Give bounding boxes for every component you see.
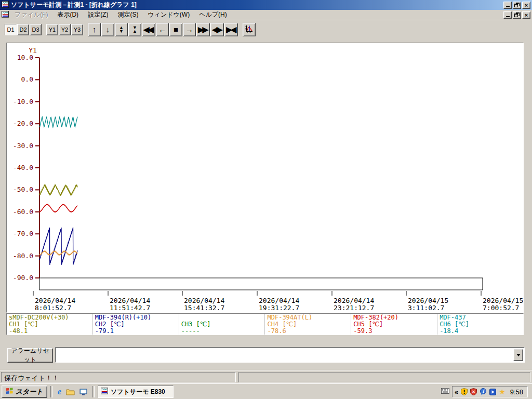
- svg-text:15:41:32.7: 15:41:32.7: [184, 304, 224, 312]
- svg-text:2026/04/14: 2026/04/14: [35, 297, 75, 304]
- menu-bar: ファイル(F)表示(D)設定(Z)測定(S)ウィンドウ(W)ヘルプ(H) ×: [0, 10, 532, 20]
- svg-text:-60.0: -60.0: [13, 208, 33, 216]
- button-d2-glyph: D2: [19, 26, 26, 33]
- svg-text:2026/04/14: 2026/04/14: [110, 297, 150, 304]
- keyboard-language-icon[interactable]: [441, 388, 449, 395]
- alarm-combobox: [55, 347, 525, 363]
- alarm-combobox-dropdown-button[interactable]: [513, 349, 523, 361]
- minimize-button[interactable]: [503, 2, 512, 9]
- stop-button-glyph: ■: [174, 25, 178, 34]
- restore-icon: [514, 3, 520, 7]
- mdi-restore-button[interactable]: [513, 11, 521, 19]
- button-d1[interactable]: D1: [5, 24, 17, 35]
- compress-horizontal-button-glyph: ▶◀: [226, 25, 236, 34]
- mdi-close-button[interactable]: ×: [522, 11, 530, 19]
- legend-value: -18.4: [440, 328, 521, 335]
- menu-item-1[interactable]: 表示(D): [52, 10, 83, 20]
- security-warning-shield-icon[interactable]: !: [461, 388, 468, 395]
- step-left-button-glyph: ←: [158, 25, 166, 34]
- button-y3[interactable]: Y3: [71, 24, 83, 35]
- legend-cell-ch5: MDF-382(+20)CH5 [℃]-59.3: [351, 314, 437, 335]
- info-balloon-icon[interactable]: i: [480, 388, 487, 395]
- scroll-down-button[interactable]: ↓: [101, 23, 114, 36]
- stop-button[interactable]: ■: [169, 23, 182, 36]
- start-button[interactable]: スタート: [2, 385, 47, 398]
- step-right-button[interactable]: →: [183, 23, 196, 36]
- restore-button[interactable]: [513, 2, 521, 9]
- svg-text:11:51:42.7: 11:51:42.7: [110, 304, 150, 312]
- mdi-child-icon[interactable]: [2, 11, 9, 19]
- internet-explorer-icon[interactable]: e: [58, 387, 61, 396]
- legend-value: -78.6: [267, 328, 349, 335]
- step-left-button[interactable]: ←: [156, 23, 169, 36]
- legend-cell-ch3: CH3 [℃]-----: [179, 314, 265, 335]
- menu-item-3[interactable]: 測定(S): [113, 10, 143, 20]
- button-y2-glyph: Y2: [61, 26, 68, 33]
- legend-value: -----: [181, 328, 263, 335]
- compress-vertical-button-glyph: ▼▲: [132, 26, 138, 33]
- button-d1-glyph: D1: [7, 26, 14, 33]
- svg-text:-30.0: -30.0: [13, 142, 33, 150]
- svg-text:2026/04/14: 2026/04/14: [184, 297, 224, 304]
- button-d3[interactable]: D3: [30, 24, 42, 35]
- taskbar-separator: [92, 386, 95, 397]
- compress-horizontal-button[interactable]: ▶◀: [224, 23, 238, 36]
- button-d3-glyph: D3: [32, 26, 39, 33]
- mdi-minimize-button[interactable]: [503, 11, 512, 19]
- menu-item-5[interactable]: ヘルプ(H): [194, 10, 232, 20]
- y-axis-buttons: Y1Y2Y3: [46, 24, 83, 35]
- expand-vertical-button[interactable]: ▲▼: [115, 23, 128, 36]
- menu-item-4[interactable]: ウィンドウ(W): [143, 10, 194, 20]
- taskbar-clock[interactable]: 9:58: [508, 388, 525, 396]
- navigation-buttons: ↑↓▲▼▼▲◀◀←■→▶▶◀▶▶◀: [88, 23, 238, 36]
- svg-text:3:11:02.7: 3:11:02.7: [408, 304, 444, 312]
- fast-forward-button-glyph: ▶▶: [198, 25, 208, 34]
- menu-items: ファイル(F)表示(D)設定(Z)測定(S)ウィンドウ(W)ヘルプ(H): [10, 10, 502, 20]
- alarm-reset-button[interactable]: アラームリセット: [7, 348, 53, 363]
- system-tray: « ! × i ★ 9:58: [438, 385, 530, 398]
- line-graph-canvas: Y110.00.0-10.0-20.0-30.0-40.0-50.0-60.0-…: [7, 43, 523, 312]
- task-button-soft-thermo[interactable]: ソフトサーモ E830: [98, 385, 174, 398]
- status-message: 保存ウェイト！！: [1, 372, 236, 382]
- line-graph-panel: Y110.00.0-10.0-20.0-30.0-40.0-50.0-60.0-…: [6, 43, 524, 313]
- menu-item-2[interactable]: 設定(Z): [83, 10, 113, 20]
- rewind-button[interactable]: ◀◀: [142, 23, 155, 36]
- svg-text:23:21:12.7: 23:21:12.7: [334, 304, 374, 312]
- svg-text:2026/04/15: 2026/04/15: [483, 297, 523, 304]
- svg-text:2026/04/14: 2026/04/14: [259, 297, 299, 304]
- close-icon: ×: [525, 3, 528, 8]
- button-y2[interactable]: Y2: [59, 24, 71, 35]
- fast-forward-button[interactable]: ▶▶: [196, 23, 210, 36]
- svg-text:2026/04/15: 2026/04/15: [408, 297, 448, 304]
- legend-cell-ch6: MDF-437CH6 [℃]-18.4: [437, 314, 523, 335]
- svg-text:-10.0: -10.0: [13, 98, 33, 105]
- compress-vertical-button[interactable]: ▼▲: [128, 23, 141, 36]
- star-tray-icon[interactable]: ★: [499, 388, 506, 396]
- menu-item-0: ファイル(F): [10, 10, 52, 20]
- legend-cell-ch1: sMDF-DC200V(+30)CH1 [℃]-48.1: [7, 314, 93, 335]
- button-d2[interactable]: D2: [17, 24, 29, 35]
- expand-horizontal-button[interactable]: ◀▶: [210, 23, 224, 36]
- scroll-up-button[interactable]: ↑: [88, 23, 101, 36]
- tray-chevron-icon[interactable]: «: [455, 388, 458, 396]
- channel-legend: sMDF-DC200V(+30)CH1 [℃]-48.1MDF-394(R)(+…: [6, 313, 524, 335]
- graph-settings-button[interactable]: [243, 23, 256, 36]
- show-desktop-icon[interactable]: [79, 389, 87, 395]
- data-view-buttons: D1D2D3: [5, 24, 42, 35]
- alarm-combobox-input[interactable]: [56, 348, 513, 362]
- rewind-button-glyph: ◀◀: [143, 25, 154, 34]
- svg-text:8:01:52.7: 8:01:52.7: [35, 304, 71, 312]
- restore-icon: [514, 12, 520, 17]
- security-alert-shield-icon[interactable]: ×: [470, 388, 477, 395]
- svg-text:7:00:52.7: 7:00:52.7: [483, 304, 519, 312]
- media-play-tray-icon[interactable]: [489, 389, 496, 395]
- svg-text:-40.0: -40.0: [13, 164, 33, 171]
- windows-logo-icon: [6, 388, 14, 396]
- button-y1[interactable]: Y1: [46, 24, 58, 35]
- scroll-down-button-glyph: ↓: [106, 25, 110, 34]
- folder-icon[interactable]: [66, 389, 75, 395]
- close-button[interactable]: ×: [522, 2, 530, 9]
- minimize-icon: [506, 16, 510, 17]
- button-y1-glyph: Y1: [49, 26, 56, 33]
- svg-text:-50.0: -50.0: [13, 185, 33, 193]
